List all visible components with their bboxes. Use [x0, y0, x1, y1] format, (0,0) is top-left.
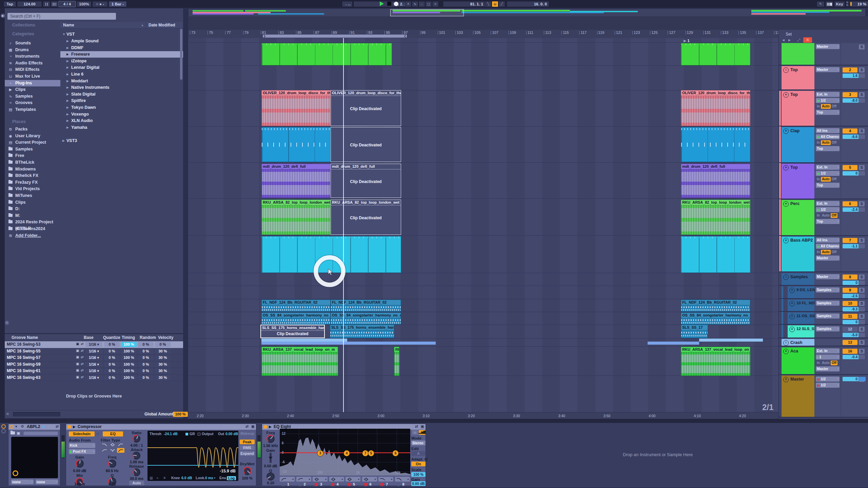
audio-clip[interactable]: [261, 342, 436, 345]
xy-param-b-select[interactable]: none▾: [36, 480, 58, 484]
hot-swap-icon[interactable]: ⇄: [56, 424, 59, 429]
monitor-switch[interactable]: InAutoOff: [816, 250, 840, 255]
bar-number[interactable]: 135: [738, 31, 746, 35]
audio-clip[interactable]: RKU_ARSA_137_vocal_lead_loop_on_m: [681, 347, 750, 376]
tempo-field[interactable]: 124.00: [17, 1, 42, 7]
link-icon[interactable]: ⤢: [797, 38, 800, 42]
groove-timing[interactable]: 100 %: [121, 375, 137, 380]
routing-select[interactable]: ▮ 1▾: [816, 354, 840, 360]
fold-icon[interactable]: ▼: [783, 377, 789, 382]
track-number[interactable]: 11: [843, 314, 857, 319]
tap-tempo-button[interactable]: Tap: [3, 1, 16, 7]
audio-clip[interactable]: [681, 43, 750, 65]
monitor-switch[interactable]: InAutoOff: [816, 361, 840, 365]
bar-number[interactable]: 125: [650, 31, 657, 35]
track-header-master[interactable]: ▼Master▮▮ 1/2▾▮▮ 1/2▾S0: [779, 375, 868, 418]
sidebar-item-d-[interactable]: D:: [5, 206, 60, 212]
expand-mode-button[interactable]: Expand: [240, 451, 255, 456]
groove-random[interactable]: 0 %: [138, 362, 154, 367]
tree-item-slate-digital[interactable]: ▶Slate Digital: [60, 91, 183, 98]
tree-item-izotope[interactable]: ▶iZotope: [60, 58, 183, 64]
sidebar-item-vld-projects[interactable]: Vld Projects: [5, 186, 60, 192]
audio-clip[interactable]: RKU_ARSA_137_vocal_lead_loop_on_m: [261, 347, 338, 376]
lookahead-caret-icon[interactable]: ▾: [214, 476, 215, 480]
bar-number[interactable]: 73: [190, 31, 195, 35]
sidebar-item-add-folder-[interactable]: ⊞Add Folder...: [5, 232, 60, 239]
track-header-top[interactable]: ▼TopExt. In▾▮▮ 1/2▾InAutoOffTop▾5S0: [779, 164, 868, 199]
routing-select[interactable]: All Ins▾: [816, 238, 840, 243]
record-button[interactable]: [394, 2, 398, 6]
sidebar-item-templates[interactable]: ▤Templates: [5, 106, 60, 113]
freq-value[interactable]: 1.56 kHz: [263, 444, 278, 448]
routing-select[interactable]: Ext. In▾: [816, 348, 840, 353]
volume-slider[interactable]: 0: [843, 171, 865, 176]
sidebar-item-free[interactable]: Free: [5, 152, 60, 159]
track-number[interactable]: 5: [843, 165, 857, 170]
bar-number[interactable]: 107: [491, 31, 498, 35]
track-number[interactable]: 9: [843, 288, 857, 293]
track-number[interactable]: 12: [843, 327, 857, 332]
release-value[interactable]: 30.0 ms: [127, 476, 146, 481]
track-name-cell[interactable]: ▼Top: [782, 164, 814, 199]
audio-from-point-select[interactable]: ▮ Post FX▾: [69, 449, 95, 454]
monitor-switch[interactable]: InAutoOff: [816, 140, 840, 145]
filter-shape-button[interactable]: [109, 448, 116, 453]
audio-clip[interactable]: OS_SS_84_songstarter_harmony_no_ca: [331, 312, 401, 325]
bar-number[interactable]: 95: [384, 31, 390, 35]
session-record-button[interactable]: ○: [432, 1, 439, 7]
band-on-checkbox[interactable]: [364, 483, 367, 486]
stop-button[interactable]: [387, 2, 391, 6]
groove-row[interactable]: MPC 16 Swing-57▣⇄1/16 ▾0 %100 %0 %30 %: [5, 354, 183, 362]
band-on-checkbox[interactable]: [315, 483, 318, 486]
track-header-10-fl-ndf-1[interactable]: ▼10 FL_NDF_1Samples▾10S-9.3: [779, 300, 868, 312]
dry-wet-value[interactable]: 100 %: [238, 476, 257, 480]
track-number[interactable]: 4: [843, 128, 857, 134]
routing-select[interactable]: ▮▮ 1/2▾: [816, 377, 840, 382]
track-header-9-ds-lenno-[interactable]: ▼9 DS_LENNO_Samples▾9S-2.5: [779, 286, 868, 299]
monitor-in[interactable]: In: [816, 361, 821, 365]
global-amount-value[interactable]: 100 %: [173, 412, 188, 417]
headphone-icon[interactable]: ∩: [97, 432, 99, 436]
bar-number[interactable]: 93: [367, 31, 372, 35]
name-column-header[interactable]: Name: [63, 23, 74, 27]
eq-display[interactable]: 1260-6-121001k10k34756: [280, 429, 410, 475]
punch-in-button[interactable]: ╲: [485, 1, 492, 7]
fold-icon[interactable]: [269, 426, 272, 428]
save-icon[interactable]: ▣: [421, 424, 424, 429]
track-name-cell[interactable]: ▼Top: [782, 91, 814, 126]
overview-viewport[interactable]: [390, 9, 464, 16]
groove-velocity[interactable]: 0 %: [155, 342, 171, 347]
track-name-cell[interactable]: ▼Aca: [782, 347, 814, 374]
prev-marker-button[interactable]: ◄: [782, 38, 785, 42]
preset-name-field[interactable]: [23, 431, 58, 435]
collapsed-icon[interactable]: ▶: [66, 111, 69, 118]
clip-deactivated[interactable]: SLS_SS_175_horns_ensemble_harmoClip Deac…: [260, 325, 325, 338]
clip-deactivated[interactable]: OLIVER_120_drum_loop_disco_for_the_Clip …: [331, 90, 401, 126]
groove-timing[interactable]: 100 %: [121, 349, 137, 354]
loop-start-field[interactable]: 81. 1. 1: [443, 1, 486, 7]
volume-slider[interactable]: 0: [843, 281, 865, 285]
fold-icon[interactable]: ▼: [783, 165, 789, 170]
sidebar-item-sounds[interactable]: ♪Sounds: [5, 40, 60, 46]
fold-icon[interactable]: ▼: [789, 327, 795, 332]
routing-select[interactable]: ▮▮ 1/2▾: [816, 383, 840, 388]
rms-mode-button[interactable]: RMS: [240, 445, 255, 450]
bar-number[interactable]: 115: [561, 31, 569, 35]
audio-clip[interactable]: [648, 342, 699, 345]
freq-value[interactable]: 80.5 Hz: [101, 469, 123, 473]
commit-groove-icon[interactable]: ⇄: [81, 355, 83, 359]
band-on-checkbox[interactable]: [348, 483, 351, 486]
bar-number[interactable]: 117: [579, 31, 587, 35]
bar-number[interactable]: 131: [703, 31, 711, 35]
groove-amount-menu[interactable]: 1 Bar▾: [108, 1, 127, 7]
tree-item-xln-audio[interactable]: ▶XLN Audio: [60, 118, 183, 124]
routing-select[interactable]: ▮▮ All Channe▾: [816, 244, 840, 249]
filter-shape-button[interactable]: [117, 448, 124, 453]
groove-quantize[interactable]: 0 %: [104, 342, 120, 347]
routing-select[interactable]: Samples▾: [816, 326, 840, 331]
sidebar-item-samples[interactable]: ∿Samples: [5, 93, 60, 100]
band-on-checkbox[interactable]: [282, 483, 285, 486]
tree-item-spitfire[interactable]: ▶Spitfire: [60, 98, 183, 104]
save-groove-icon[interactable]: ▣: [76, 342, 79, 346]
automation-arm-button[interactable]: ∿: [412, 1, 418, 7]
